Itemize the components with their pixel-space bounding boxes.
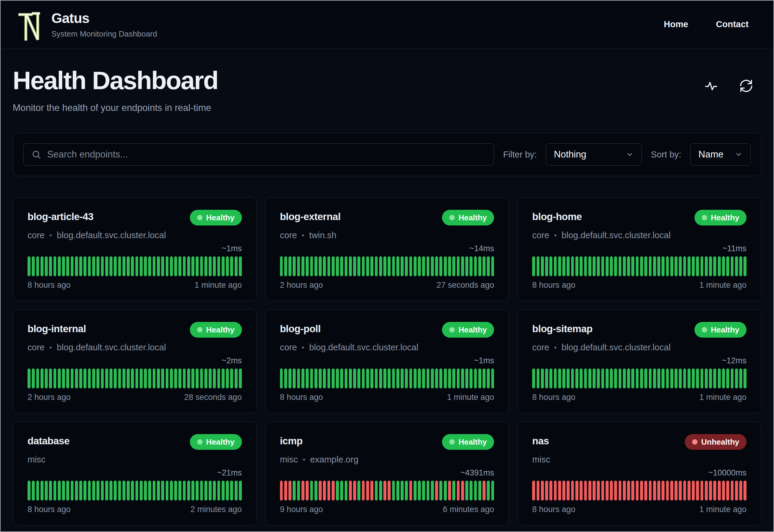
uptime-bar-failure[interactable] <box>567 481 570 501</box>
uptime-bar-success[interactable] <box>696 368 699 388</box>
uptime-bar-success[interactable] <box>487 481 490 501</box>
uptime-bar-success[interactable] <box>101 481 104 501</box>
uptime-bar-success[interactable] <box>62 481 65 501</box>
uptime-bar-success[interactable] <box>196 368 199 388</box>
uptime-bar-success[interactable] <box>653 256 656 276</box>
uptime-bar-success[interactable] <box>610 368 613 388</box>
uptime-bar-failure[interactable] <box>280 481 283 501</box>
uptime-bar-success[interactable] <box>465 256 468 276</box>
uptime-bar-success[interactable] <box>204 368 207 388</box>
uptime-bar-success[interactable] <box>532 256 535 276</box>
uptime-bar-success[interactable] <box>713 368 716 388</box>
uptime-bar-success[interactable] <box>357 368 360 388</box>
uptime-bar-success[interactable] <box>200 368 203 388</box>
uptime-bar-success[interactable] <box>217 368 220 388</box>
uptime-bar-success[interactable] <box>293 256 296 276</box>
uptime-bar-failure[interactable] <box>701 481 704 501</box>
uptime-bar-success[interactable] <box>666 368 669 388</box>
uptime-bar-success[interactable] <box>213 256 216 276</box>
uptime-bar-success[interactable] <box>662 256 665 276</box>
uptime-bar-success[interactable] <box>49 368 52 388</box>
uptime-bar-success[interactable] <box>105 481 108 501</box>
uptime-bar-success[interactable] <box>144 368 147 388</box>
uptime-bar-failure[interactable] <box>627 481 630 501</box>
uptime-bar-success[interactable] <box>200 481 203 501</box>
endpoint-card[interactable]: nas Unhealthy misc ~10000ms 8 hours ago … <box>517 422 761 525</box>
uptime-bar-success[interactable] <box>28 481 31 501</box>
uptime-bar-success[interactable] <box>226 481 229 501</box>
uptime-bar-failure[interactable] <box>435 481 438 501</box>
uptime-bar-success[interactable] <box>483 368 486 388</box>
uptime-bar-success[interactable] <box>217 256 220 276</box>
uptime-bar-success[interactable] <box>593 368 596 388</box>
uptime-bar-success[interactable] <box>323 256 326 276</box>
uptime-bar-success[interactable] <box>640 368 643 388</box>
uptime-bar-success[interactable] <box>36 368 39 388</box>
uptime-bar-success[interactable] <box>217 481 220 501</box>
uptime-bar-success[interactable] <box>235 481 238 501</box>
uptime-bar-success[interactable] <box>470 368 473 388</box>
uptime-bar-failure[interactable] <box>657 481 660 501</box>
uptime-bar-success[interactable] <box>58 481 61 501</box>
uptime-bar-success[interactable] <box>743 368 746 388</box>
uptime-bar-success[interactable] <box>452 256 455 276</box>
uptime-bar-success[interactable] <box>588 256 591 276</box>
endpoint-card[interactable]: icmp Healthy misc • example.org ~4391ms … <box>265 422 509 525</box>
uptime-bar-success[interactable] <box>392 481 395 501</box>
endpoint-card[interactable]: database Healthy misc ~21ms 8 hours ago … <box>13 422 257 525</box>
uptime-bar-success[interactable] <box>161 256 164 276</box>
uptime-bar-failure[interactable] <box>332 481 335 501</box>
uptime-bar-success[interactable] <box>178 368 181 388</box>
uptime-bar-success[interactable] <box>28 368 31 388</box>
uptime-bar-success[interactable] <box>71 256 74 276</box>
uptime-bar-success[interactable] <box>405 256 408 276</box>
uptime-bar-success[interactable] <box>701 368 704 388</box>
uptime-bar-success[interactable] <box>670 368 673 388</box>
uptime-bar-success[interactable] <box>345 481 348 501</box>
uptime-bar-success[interactable] <box>131 481 134 501</box>
uptime-bar-success[interactable] <box>705 256 708 276</box>
uptime-bar-success[interactable] <box>349 368 352 388</box>
uptime-bar-failure[interactable] <box>545 481 548 501</box>
uptime-bar-success[interactable] <box>465 481 468 501</box>
uptime-bar-success[interactable] <box>448 368 451 388</box>
uptime-bar-success[interactable] <box>692 368 695 388</box>
uptime-bar-failure[interactable] <box>649 481 652 501</box>
uptime-bar-failure[interactable] <box>653 481 656 501</box>
uptime-bar-success[interactable] <box>379 256 382 276</box>
uptime-bar-success[interactable] <box>127 481 130 501</box>
uptime-bar-success[interactable] <box>405 368 408 388</box>
uptime-bar-success[interactable] <box>366 368 369 388</box>
uptime-bar-success[interactable] <box>161 368 164 388</box>
uptime-bar-success[interactable] <box>431 481 434 501</box>
uptime-bar-success[interactable] <box>340 481 343 501</box>
uptime-bar-success[interactable] <box>388 256 391 276</box>
uptime-bar-success[interactable] <box>688 256 691 276</box>
uptime-bar-success[interactable] <box>679 256 682 276</box>
uptime-bar-success[interactable] <box>284 256 287 276</box>
uptime-bar-success[interactable] <box>418 256 421 276</box>
uptime-bar-failure[interactable] <box>323 481 326 501</box>
uptime-bar-success[interactable] <box>619 256 622 276</box>
uptime-bar-success[interactable] <box>567 256 570 276</box>
uptime-bar-success[interactable] <box>401 256 404 276</box>
uptime-bar-success[interactable] <box>88 256 91 276</box>
uptime-bar-failure[interactable] <box>562 481 565 501</box>
uptime-bar-success[interactable] <box>101 368 104 388</box>
uptime-bar-success[interactable] <box>109 481 112 501</box>
uptime-bar-success[interactable] <box>735 256 738 276</box>
uptime-bar-success[interactable] <box>58 368 61 388</box>
search-input[interactable] <box>47 149 486 160</box>
uptime-bar-success[interactable] <box>422 368 425 388</box>
uptime-bar-success[interactable] <box>362 368 365 388</box>
uptime-bar-failure[interactable] <box>610 481 613 501</box>
uptime-bar-success[interactable] <box>301 256 304 276</box>
uptime-bar-success[interactable] <box>470 481 473 501</box>
uptime-bar-failure[interactable] <box>409 481 412 501</box>
uptime-bar-success[interactable] <box>414 368 417 388</box>
uptime-bar-success[interactable] <box>79 368 82 388</box>
uptime-bar-success[interactable] <box>230 368 233 388</box>
uptime-bar-success[interactable] <box>478 256 481 276</box>
uptime-bar-success[interactable] <box>366 256 369 276</box>
uptime-bar-success[interactable] <box>396 368 399 388</box>
